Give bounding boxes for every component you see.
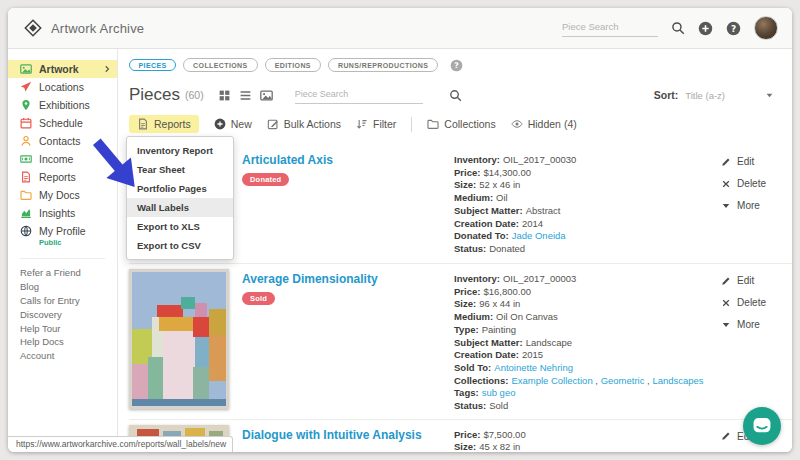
detail-label: Price: bbox=[454, 167, 480, 178]
grid-view-icon[interactable] bbox=[218, 89, 231, 102]
sidebar-item-label: Schedule bbox=[39, 117, 83, 129]
chevron-right-icon bbox=[103, 65, 111, 73]
sidebar-item-contacts[interactable]: Contacts bbox=[8, 132, 117, 150]
list-view-icon[interactable] bbox=[239, 89, 252, 102]
detail-line: Inventory:OIL_2017_00030 bbox=[454, 154, 706, 165]
detail-line: Price:$7,500.00 bbox=[454, 429, 706, 440]
menu-item-export-to-xls[interactable]: Export to XLS bbox=[127, 217, 233, 236]
delete-action[interactable]: Delete bbox=[721, 178, 766, 189]
new-button[interactable]: New bbox=[214, 118, 252, 130]
detail-link[interactable]: Antoinette Nehring bbox=[494, 362, 573, 373]
detail-label: Subject Matter: bbox=[454, 205, 523, 216]
detail-link[interactable]: sub geo bbox=[482, 387, 516, 398]
filter-button[interactable]: Filter bbox=[356, 118, 396, 130]
global-piece-search-input[interactable] bbox=[562, 19, 658, 37]
detail-label: Inventory: bbox=[454, 273, 500, 284]
piece-summary: Dialogue with Intuitive AnalysisThis wor… bbox=[242, 425, 454, 452]
detail-value: $14,300.00 bbox=[483, 167, 531, 178]
piece-title-link[interactable]: Articulated Axis bbox=[242, 153, 454, 167]
bulk-actions-button[interactable]: Bulk Actions bbox=[267, 118, 341, 130]
search-icon[interactable] bbox=[671, 21, 685, 35]
tab-runs-reproductions[interactable]: RUNS/REPRODUCTIONS bbox=[328, 58, 438, 72]
sidebar-link-calls-for-entry[interactable]: Calls for Entry bbox=[8, 294, 117, 308]
more-action[interactable]: More bbox=[721, 200, 766, 211]
search-icon[interactable] bbox=[449, 89, 462, 102]
sidebar-link-discovery[interactable]: Discovery bbox=[8, 307, 117, 321]
collections-button[interactable]: Collections bbox=[427, 118, 495, 130]
pin-icon bbox=[20, 99, 32, 111]
sidebar-item-locations[interactable]: Locations bbox=[8, 78, 117, 96]
sidebar-link-account[interactable]: Account bbox=[8, 349, 117, 363]
add-icon[interactable] bbox=[698, 21, 713, 36]
detail-label: Status: bbox=[454, 243, 486, 254]
page-header: Pieces (60) Sort: Title (a-z) bbox=[129, 83, 792, 107]
artwork-thumbnail[interactable] bbox=[129, 269, 229, 409]
action-label: Delete bbox=[737, 178, 766, 189]
image-view-icon[interactable] bbox=[260, 89, 273, 102]
sidebar-link-help-docs[interactable]: Help Docs bbox=[8, 335, 117, 349]
pencil-icon bbox=[721, 276, 731, 286]
globe-icon bbox=[20, 225, 32, 237]
edit-action[interactable]: Edit bbox=[721, 156, 766, 167]
sort-control[interactable]: Sort: Title (a-z) bbox=[654, 89, 774, 101]
detail-line: Status:Sold bbox=[454, 400, 706, 411]
sidebar-item-artwork[interactable]: Artwork bbox=[8, 60, 117, 78]
pencil-icon bbox=[721, 157, 731, 167]
help-icon[interactable]: ? bbox=[726, 21, 741, 36]
cash-icon bbox=[20, 153, 32, 165]
detail-value: Landscape bbox=[526, 337, 572, 348]
piece-search-input[interactable] bbox=[295, 87, 423, 104]
detail-link[interactable]: Landscapes bbox=[652, 375, 703, 386]
sidebar-item-label: Insights bbox=[39, 207, 75, 219]
piece-title-link[interactable]: Dialogue with Intuitive Analysis bbox=[242, 428, 454, 442]
edit-action[interactable]: Edit bbox=[721, 275, 766, 286]
detail-link[interactable]: Geometric bbox=[601, 375, 645, 386]
sidebar-link-help-tour[interactable]: Help Tour bbox=[8, 321, 117, 335]
detail-line: Inventory:OIL_2017_00003 bbox=[454, 273, 706, 284]
eye-icon bbox=[511, 118, 523, 130]
more-action[interactable]: More bbox=[721, 319, 766, 330]
menu-item-tear-sheet[interactable]: Tear Sheet bbox=[127, 160, 233, 179]
detail-link[interactable]: Jade Oneida bbox=[512, 230, 566, 241]
document-icon bbox=[20, 171, 32, 183]
x-icon bbox=[721, 298, 731, 308]
sidebar-item-reports[interactable]: Reports bbox=[8, 168, 117, 186]
reports-button[interactable]: Reports Inventory ReportTear SheetPortfo… bbox=[129, 115, 199, 133]
status-badge: Donated bbox=[242, 173, 289, 186]
chat-button[interactable] bbox=[743, 407, 781, 445]
detail-line: Subject Matter:Abstract bbox=[454, 205, 706, 216]
action-label: Edit bbox=[737, 156, 754, 167]
tabs-help-icon[interactable]: ? bbox=[450, 59, 463, 72]
calendar-icon bbox=[20, 117, 32, 129]
profile-visibility-label: Public bbox=[8, 238, 117, 249]
sidebar-item-my-docs[interactable]: My Docs bbox=[8, 186, 117, 204]
chart-icon bbox=[20, 207, 32, 219]
sidebar-item-label: Income bbox=[39, 153, 73, 165]
sidebar-item-insights[interactable]: Insights bbox=[8, 204, 117, 222]
sidebar-link-refer-a-friend[interactable]: Refer a Friend bbox=[8, 266, 117, 280]
sidebar-link-blog[interactable]: Blog bbox=[8, 280, 117, 294]
detail-line: Price:$14,300.00 bbox=[454, 167, 706, 178]
delete-action[interactable]: Delete bbox=[721, 297, 766, 308]
piece-title-link[interactable]: Average Dimensionality bbox=[242, 272, 454, 286]
detail-link[interactable]: Example Collection bbox=[511, 375, 592, 386]
sidebar-item-income[interactable]: Income bbox=[8, 150, 117, 168]
detail-line: Tags:sub geo bbox=[454, 387, 706, 398]
menu-item-export-to-csv[interactable]: Export to CSV bbox=[127, 236, 233, 255]
tab-pieces[interactable]: PIECES bbox=[129, 59, 176, 72]
hidden-button[interactable]: Hidden (4) bbox=[511, 118, 577, 130]
brand-name: Artwork Archive bbox=[51, 21, 144, 36]
tab-collections[interactable]: COLLECTIONS bbox=[183, 58, 258, 72]
sidebar-item-schedule[interactable]: Schedule bbox=[8, 114, 117, 132]
detail-label: Size: bbox=[454, 179, 476, 190]
artwork-archive-logo-icon[interactable] bbox=[24, 19, 42, 37]
menu-item-portfolio-pages[interactable]: Portfolio Pages bbox=[127, 179, 233, 198]
sidebar-item-exhibitions[interactable]: Exhibitions bbox=[8, 96, 117, 114]
menu-item-wall-labels[interactable]: Wall Labels bbox=[127, 198, 233, 217]
menu-item-inventory-report[interactable]: Inventory Report bbox=[127, 141, 233, 160]
detail-label: Price: bbox=[454, 429, 480, 440]
svg-text:?: ? bbox=[731, 23, 736, 33]
avatar[interactable] bbox=[754, 16, 778, 40]
detail-value: Oil bbox=[496, 192, 508, 203]
tab-editions[interactable]: EDITIONS bbox=[265, 58, 321, 72]
